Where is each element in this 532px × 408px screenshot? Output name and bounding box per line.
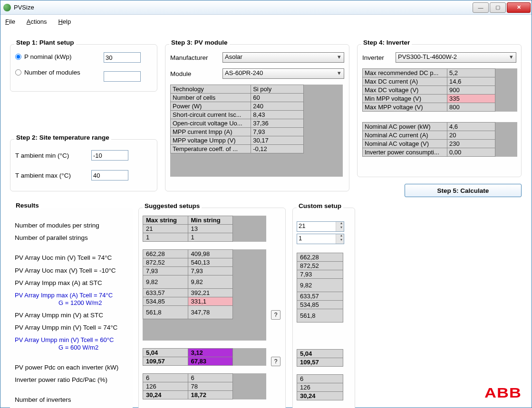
calculate-button[interactable]: Step 5: Calculate bbox=[405, 184, 522, 197]
tmin-input[interactable] bbox=[91, 150, 128, 161]
step1-group: Step 1: Plant setup P nominal (kWp) Numb… bbox=[10, 44, 157, 92]
titlebar: PVSize — ▢ ✕ bbox=[0, 0, 532, 15]
inverter-label: Inverter bbox=[362, 54, 396, 61]
suggested-table-g4: 66 12678 30,2418,72 bbox=[143, 373, 233, 399]
suggested-group: Suggested setups Max stringMin string 21… bbox=[138, 208, 286, 408]
inverter-dc-table: Max recommended DC p...5,2 Max DC curren… bbox=[362, 68, 495, 112]
help-button-2[interactable]: ? bbox=[271, 357, 281, 366]
close-button[interactable]: ✕ bbox=[507, 2, 531, 13]
tmax-label: T ambient max (°C) bbox=[15, 172, 87, 179]
manufacturer-select[interactable]: Asolar bbox=[222, 52, 344, 63]
res-label: PV Array Impp max (A) at STC bbox=[15, 279, 128, 287]
suggested-title: Suggested setups bbox=[143, 202, 202, 209]
manufacturer-label: Manufacturer bbox=[170, 54, 222, 61]
radio-pnominal[interactable] bbox=[15, 54, 21, 60]
step3-title: Step 3: PV module bbox=[169, 39, 230, 46]
res-label: PV Array Uoc min (V) Tcell = 74°C bbox=[15, 254, 128, 262]
results-title: Results bbox=[14, 202, 41, 209]
res-label: Number of modules per string bbox=[15, 222, 128, 229]
res-label: PV Array Umpp min (V) Tcell = 74°C bbox=[15, 324, 128, 332]
step3-group: Step 3: PV module Manufacturer Asolar Mo… bbox=[165, 44, 349, 191]
custom-table-g4: 6 126 30,24 bbox=[297, 374, 343, 400]
module-select[interactable]: AS-60PR-240 bbox=[222, 68, 344, 79]
inverter-ac-table: Nominal AC power (kW)4,6 Nominal AC curr… bbox=[362, 122, 495, 157]
radio-nmodules[interactable] bbox=[15, 69, 21, 76]
menubar: File Actions Help bbox=[0, 15, 532, 29]
custom-group: Custom setup 21 1 662,28 872,52 7,93 9,8… bbox=[292, 208, 355, 408]
res-label: PV Array Umpp min (V) Tcell = 60°CG = 60… bbox=[15, 336, 128, 351]
res-label: PV Array Umpp min (V) at STC bbox=[15, 312, 128, 319]
res-label: PV Array Impp max (A) Tcell = 74°CG = 12… bbox=[15, 292, 128, 307]
step4-title: Step 4: Inverter bbox=[361, 39, 412, 46]
pnominal-input[interactable] bbox=[104, 52, 141, 63]
res-label: PV power Pdc on each inverter (kW) bbox=[15, 364, 128, 371]
suggested-table-g1: Max stringMin string 2113 11 bbox=[143, 216, 233, 242]
custom-title: Custom setup bbox=[297, 202, 343, 209]
res-label: Inverter power ratio Pdc/Pac (%) bbox=[15, 376, 128, 384]
menu-actions[interactable]: Actions bbox=[27, 18, 47, 25]
tmin-label: T ambient min (°C) bbox=[15, 152, 87, 159]
window-title: PVSize bbox=[14, 4, 473, 11]
module-props-table: TechnologySi poly Number of cells60 Powe… bbox=[170, 85, 304, 153]
step4-group: Step 4: Inverter Inverter PVS300-TL-4600… bbox=[357, 44, 522, 177]
maximize-button[interactable]: ▢ bbox=[490, 2, 506, 13]
suggested-table-g3: 5,043,12 109,5767,83 bbox=[143, 348, 233, 366]
step2-group: Step 2: Site temperature range T ambient… bbox=[10, 139, 157, 191]
custom-table-g3: 5,04 109,57 bbox=[297, 349, 343, 367]
menu-file[interactable]: File bbox=[5, 18, 15, 25]
pnominal-label: P nominal (kWp) bbox=[24, 53, 72, 60]
res-label: Number of inverters bbox=[15, 396, 128, 404]
abb-logo: ABB bbox=[484, 385, 522, 401]
suggested-table-g2: 662,28409,98 872,52540,13 7,937,93 9,829… bbox=[143, 249, 233, 319]
custom-spin-2[interactable]: 1 bbox=[297, 234, 344, 244]
custom-table-g2: 662,28 872,52 7,93 9,82 633,57 534,85 56… bbox=[297, 253, 343, 323]
results-group: Results Number of modules per string Num… bbox=[10, 208, 133, 408]
nmodules-label: Number of modules bbox=[24, 69, 80, 76]
nmodules-input[interactable] bbox=[104, 71, 141, 82]
custom-spin-1[interactable]: 21 bbox=[297, 221, 344, 232]
inverter-select[interactable]: PVS300-TL-4600W-2 bbox=[396, 52, 516, 63]
module-label: Module bbox=[170, 70, 222, 77]
minimize-button[interactable]: — bbox=[473, 2, 489, 13]
app-icon bbox=[3, 4, 11, 11]
step2-title: Step 2: Site temperature range bbox=[14, 134, 111, 141]
res-label: Number of parallel strings bbox=[15, 234, 128, 242]
step1-title: Step 1: Plant setup bbox=[14, 39, 76, 46]
help-button-1[interactable]: ? bbox=[271, 310, 281, 320]
menu-help[interactable]: Help bbox=[58, 18, 71, 25]
tmax-input[interactable] bbox=[91, 170, 128, 180]
res-label: PV Array Uoc max (V) Tcell = -10°C bbox=[15, 267, 128, 275]
